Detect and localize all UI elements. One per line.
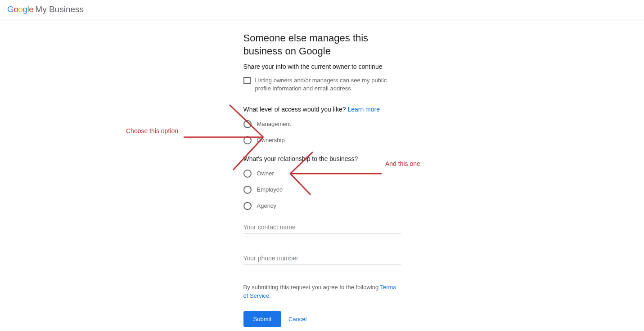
tos-text: By submitting this request you agree to …	[243, 283, 401, 300]
radio-label: Owner	[257, 170, 274, 177]
contact-name-input[interactable]	[243, 221, 401, 234]
submit-button[interactable]: Submit	[243, 311, 281, 327]
relationship-question: What's your relationship to the business…	[243, 155, 401, 162]
radio-ownership[interactable]: Ownership	[243, 136, 401, 144]
form-actions: Submit Cancel	[243, 311, 401, 327]
page-title: Someone else manages this business on Go…	[243, 32, 401, 58]
radio-button-icon	[243, 170, 252, 178]
product-name: My Business	[35, 4, 84, 14]
radio-owner[interactable]: Owner	[243, 170, 401, 178]
radio-agency[interactable]: Agency	[243, 202, 401, 210]
app-header: Google My Business	[0, 0, 644, 19]
relationship-radio-group: Owner Employee Agency	[243, 170, 401, 210]
page-subtitle: Share your info with the current owner t…	[243, 63, 401, 70]
share-info-checkbox[interactable]	[243, 77, 251, 84]
radio-button-icon	[243, 186, 252, 194]
radio-employee[interactable]: Employee	[243, 186, 401, 194]
radio-button-icon	[243, 120, 252, 128]
annotation-text-first: Choose this option	[126, 127, 178, 134]
radio-management[interactable]: Management	[243, 120, 401, 128]
radio-label: Agency	[257, 202, 276, 209]
phone-number-input[interactable]	[243, 252, 401, 265]
share-info-label: Listing owners and/or managers can see m…	[255, 76, 401, 93]
access-level-radio-group: Management Ownership	[243, 120, 401, 144]
share-info-checkbox-row[interactable]: Listing owners and/or managers can see m…	[243, 76, 401, 93]
google-logo: Google	[7, 4, 33, 14]
learn-more-link[interactable]: Learn more	[347, 106, 380, 113]
radio-label: Management	[257, 121, 291, 127]
access-request-form: Someone else manages this business on Go…	[243, 19, 401, 327]
access-level-question: What level of access would you like? Lea…	[243, 106, 401, 113]
radio-button-icon	[243, 136, 252, 144]
cancel-button[interactable]: Cancel	[288, 316, 306, 322]
radio-label: Ownership	[257, 137, 285, 143]
radio-label: Employee	[257, 186, 283, 193]
radio-button-icon	[243, 202, 252, 210]
